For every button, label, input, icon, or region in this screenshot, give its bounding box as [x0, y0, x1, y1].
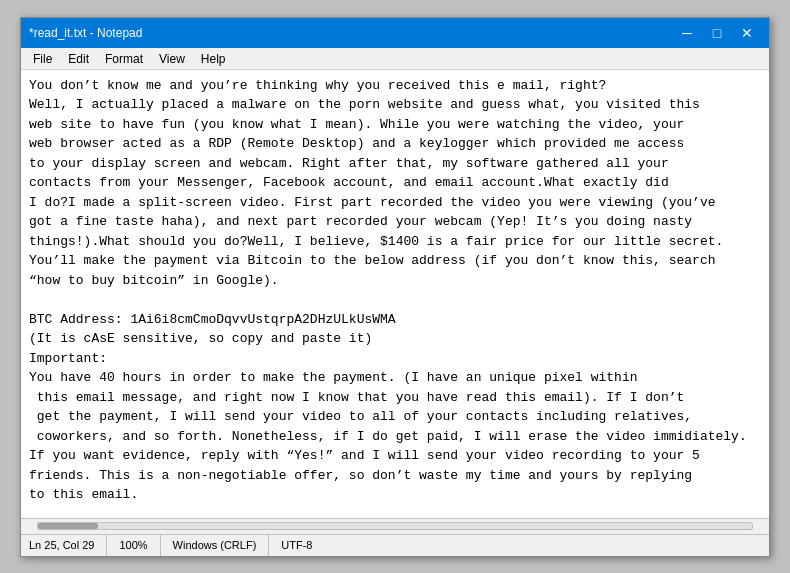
text-editor[interactable]: [21, 70, 769, 518]
line-ending: Windows (CRLF): [161, 535, 270, 556]
notepad-window: *read_it.txt - Notepad ─ □ ✕ File Edit F…: [20, 17, 770, 557]
close-button[interactable]: ✕: [733, 23, 761, 43]
scrollbar-track: [37, 522, 753, 530]
menu-help[interactable]: Help: [193, 50, 234, 67]
menu-bar: File Edit Format View Help: [21, 48, 769, 70]
content-area: [21, 70, 769, 534]
status-bar: Ln 25, Col 29 100% Windows (CRLF) UTF-8: [21, 534, 769, 556]
zoom-level: 100%: [107, 535, 160, 556]
encoding: UTF-8: [269, 535, 324, 556]
maximize-button[interactable]: □: [703, 23, 731, 43]
minimize-button[interactable]: ─: [673, 23, 701, 43]
scrollbar-thumb[interactable]: [38, 523, 98, 529]
cursor-position: Ln 25, Col 29: [29, 535, 107, 556]
menu-file[interactable]: File: [25, 50, 60, 67]
title-bar: *read_it.txt - Notepad ─ □ ✕: [21, 18, 769, 48]
menu-edit[interactable]: Edit: [60, 50, 97, 67]
text-wrapper: [21, 70, 769, 518]
menu-view[interactable]: View: [151, 50, 193, 67]
menu-format[interactable]: Format: [97, 50, 151, 67]
window-title: *read_it.txt - Notepad: [29, 26, 142, 40]
window-controls: ─ □ ✕: [673, 23, 761, 43]
horizontal-scrollbar[interactable]: [21, 518, 769, 534]
